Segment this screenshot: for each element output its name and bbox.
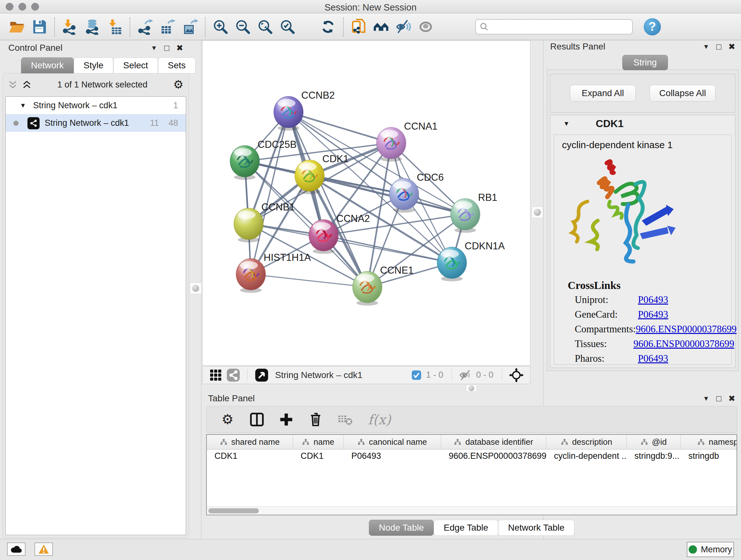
- zoom-in-icon[interactable]: [212, 18, 229, 36]
- expand-all-button[interactable]: Expand All: [570, 85, 636, 102]
- network-node-ccne1[interactable]: [353, 271, 382, 306]
- zoom-selected-icon[interactable]: [279, 18, 296, 36]
- node-label: CCNB1: [261, 201, 295, 212]
- tab-sets[interactable]: Sets: [158, 57, 196, 73]
- close-panel-icon[interactable]: ✖: [728, 43, 735, 51]
- crosslink-link[interactable]: P06493: [638, 353, 668, 368]
- import-network-file-icon[interactable]: [61, 18, 79, 36]
- crosslink-link[interactable]: P06493: [638, 309, 668, 323]
- column-header-@id[interactable]: @id: [627, 435, 681, 449]
- table-panel: Table Panel ▼ □ ✖ ⚙ f(x) shared namename…: [202, 392, 741, 539]
- string-results-scroll[interactable]: ▼ CDK1 cyclin-dependent kinase 1: [550, 115, 736, 368]
- network-node-cdc6[interactable]: [389, 179, 419, 212]
- network-node-cdk1[interactable]: [295, 160, 324, 194]
- float-panel-icon[interactable]: □: [716, 43, 721, 51]
- tab-string[interactable]: String: [622, 55, 668, 70]
- table-options-gear-icon[interactable]: ⚙: [219, 411, 237, 428]
- tab-style[interactable]: Style: [74, 57, 113, 73]
- horizontal-split-divider[interactable]: [202, 384, 741, 392]
- network-type-icon[interactable]: [226, 368, 240, 382]
- first-neighbors-icon[interactable]: [372, 18, 390, 36]
- crosslink-link[interactable]: P06493: [638, 294, 668, 309]
- right-split-handle[interactable]: [532, 206, 543, 218]
- node-table[interactable]: shared namenamecanonical namedatabase id…: [206, 434, 737, 515]
- import-table-file-icon[interactable]: [106, 18, 124, 36]
- network-node-rb1[interactable]: [451, 199, 480, 233]
- network-collection-row[interactable]: ▼ String Network – cdk1 1: [6, 97, 186, 114]
- crosslink-link[interactable]: 9606.ENSP00000378699: [636, 323, 737, 338]
- network-canvas[interactable]: CCNB2CCNA1CDC25BCDK1CDC6RB1CCNB1CCNA2CDK…: [202, 40, 530, 366]
- network-edge[interactable]: [251, 274, 367, 287]
- table-horizontal-scrollbar[interactable]: [207, 506, 737, 515]
- search-input[interactable]: [475, 19, 633, 35]
- crosslink-link[interactable]: 9606.ENSP00000378699: [633, 338, 734, 353]
- refresh-icon[interactable]: [319, 18, 337, 36]
- table-cell[interactable]: CDK1: [293, 449, 344, 462]
- network-node-cdc25b[interactable]: [230, 145, 259, 180]
- table-cell[interactable]: stringdb:9...: [627, 449, 681, 462]
- network-options-gear-icon[interactable]: ⚙: [173, 79, 184, 90]
- add-column-icon[interactable]: [277, 411, 295, 428]
- open-session-icon[interactable]: [8, 18, 26, 36]
- column-header-name[interactable]: name: [293, 435, 344, 449]
- column-header-namespace[interactable]: namespace: [681, 435, 737, 449]
- network-edge[interactable]: [251, 112, 288, 274]
- column-header-description[interactable]: description: [546, 435, 627, 449]
- collapse-all-networks-icon[interactable]: [22, 80, 31, 89]
- collapse-all-button[interactable]: Collapse All: [650, 85, 716, 102]
- network-node-ccnb2[interactable]: [274, 97, 303, 131]
- float-panel-icon[interactable]: □: [164, 44, 169, 52]
- show-columns-icon[interactable]: [248, 411, 266, 428]
- network-row-selected[interactable]: String Network – cdk1 11 48: [6, 114, 186, 132]
- table-cell[interactable]: CDK1: [207, 449, 293, 462]
- help-button[interactable]: ?: [644, 18, 661, 36]
- network-selected-status: 1 of 1 Network selected: [31, 80, 173, 90]
- node-label: CCNA1: [404, 121, 437, 132]
- scrollbar-thumb[interactable]: [208, 508, 259, 513]
- table-cell[interactable]: stringdb: [681, 449, 737, 462]
- export-network-icon[interactable]: [136, 18, 154, 36]
- expand-all-networks-icon[interactable]: [8, 80, 17, 89]
- tab-node-table[interactable]: Node Table: [369, 520, 434, 536]
- column-header-shared-name[interactable]: shared name: [207, 435, 293, 449]
- zoom-fit-icon[interactable]: [256, 18, 274, 36]
- float-panel-icon[interactable]: □: [716, 394, 721, 402]
- close-panel-icon[interactable]: ✖: [728, 394, 735, 402]
- table-cell[interactable]: cyclin-dependent ...: [546, 449, 627, 462]
- tab-select[interactable]: Select: [113, 57, 158, 73]
- import-network-database-icon[interactable]: [83, 18, 101, 36]
- horizontal-split-handle[interactable]: [466, 385, 477, 392]
- tab-network[interactable]: Network: [21, 57, 74, 73]
- hide-selected-icon[interactable]: [394, 18, 412, 36]
- tab-network-table[interactable]: Network Table: [498, 520, 575, 536]
- network-edge[interactable]: [288, 112, 391, 143]
- show-all-icon[interactable]: [417, 18, 434, 36]
- tab-edge-table[interactable]: Edge Table: [434, 520, 498, 536]
- network-node-cdkn1a[interactable]: [437, 247, 467, 281]
- table-cell[interactable]: 9606.ENSP00000378699: [441, 449, 546, 462]
- delete-column-icon[interactable]: [307, 411, 325, 428]
- collapse-panel-icon[interactable]: ▼: [151, 45, 157, 51]
- detach-view-icon[interactable]: [255, 368, 269, 382]
- memory-button[interactable]: Memory: [687, 542, 734, 557]
- cloud-status-button[interactable]: [7, 543, 25, 556]
- collapse-panel-icon[interactable]: ▼: [703, 44, 710, 50]
- table-cell[interactable]: P06493: [344, 449, 441, 462]
- pan-crosshair-icon[interactable]: [509, 368, 524, 382]
- column-header-canonical-name[interactable]: canonical name: [344, 435, 441, 449]
- zoom-out-icon[interactable]: [234, 18, 252, 36]
- gene-expand-icon[interactable]: ▼: [563, 120, 569, 127]
- birds-eye-view-icon[interactable]: [209, 368, 222, 382]
- close-panel-icon[interactable]: ✖: [176, 44, 183, 52]
- save-session-icon[interactable]: [30, 18, 48, 36]
- collapse-panel-icon[interactable]: ▼: [703, 395, 710, 401]
- export-image-icon[interactable]: [181, 18, 199, 36]
- network-node-hist1h1a[interactable]: [236, 259, 266, 293]
- tree-expand-icon[interactable]: ▼: [20, 102, 26, 109]
- clone-network-icon[interactable]: [350, 18, 367, 36]
- warning-status-button[interactable]: [35, 543, 53, 556]
- left-split-handle[interactable]: [190, 283, 201, 294]
- export-table-icon[interactable]: [158, 18, 177, 36]
- column-header-database-identifier[interactable]: database identifier: [441, 435, 546, 449]
- selected-checkbox-icon[interactable]: [411, 370, 421, 380]
